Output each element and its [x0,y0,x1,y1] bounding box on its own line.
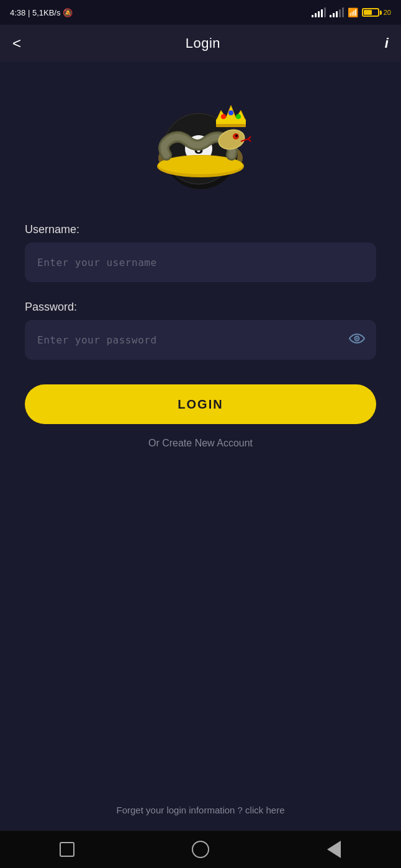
create-account-link[interactable]: Or Create New Account [25,438,376,449]
status-time: 4:38 [10,8,25,17]
svg-point-19 [356,338,358,340]
status-speed: 5,1KB/s [32,8,61,17]
login-form: Username: Password: LOGIN Or Crea [25,223,376,449]
bottom-navigation [0,831,401,868]
wifi-icon: 📶 [348,7,358,17]
app-logo: 8 [148,87,253,192]
signal-bars-1-icon [312,7,326,17]
page-title: Login [186,35,220,51]
back-nav-button[interactable] [324,839,344,859]
status-bar: 4:38 | 5,1KB/s 🔕 📶 20 [0,0,401,25]
nav-bar: < Login i [0,25,401,62]
status-right-icons: 📶 20 [312,7,391,17]
home-circle-button[interactable] [191,839,210,859]
logo-svg: 8 [148,87,253,192]
home-button[interactable] [57,839,77,859]
password-wrapper [25,320,376,360]
circle-icon [192,841,209,858]
square-icon [60,842,74,857]
forgot-login-link[interactable]: Forget your login information ? click he… [0,805,401,815]
info-button[interactable]: i [385,35,389,51]
svg-point-11 [235,135,238,137]
signal-bars-2-icon [330,7,344,17]
username-field-group: Username: [25,223,376,282]
svg-rect-17 [216,124,246,127]
status-time-speed: 4:38 | 5,1KB/s 🔕 [10,8,73,17]
svg-point-15 [228,110,233,115]
logo-area: 8 [25,62,376,223]
svg-point-16 [236,114,241,119]
toggle-password-icon[interactable] [349,333,365,347]
main-content: 8 [0,62,401,449]
svg-point-14 [221,114,226,119]
password-label: Password: [25,301,376,314]
triangle-icon [327,841,341,858]
username-input[interactable] [25,242,376,282]
login-button[interactable]: LOGIN [25,384,376,424]
username-label: Username: [25,223,376,236]
battery-indicator: 20 [362,8,391,17]
battery-level: 20 [384,9,391,16]
password-input[interactable] [25,320,376,360]
back-button[interactable]: < [12,36,21,51]
password-field-group: Password: [25,301,376,360]
